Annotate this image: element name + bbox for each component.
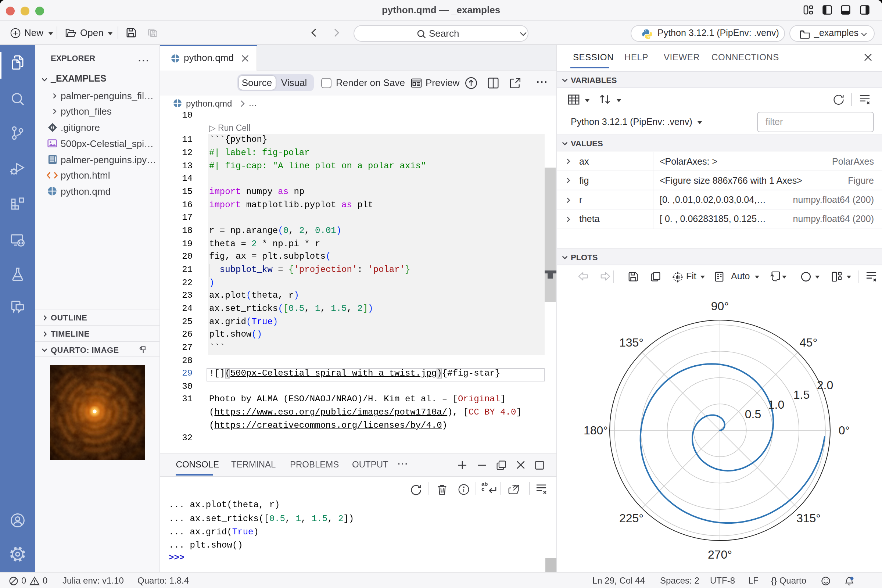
svg-text:45°: 45°	[800, 336, 817, 349]
svg-text:270°: 270°	[707, 548, 732, 561]
svg-text:1.5: 1.5	[793, 388, 809, 401]
svg-text:315°: 315°	[796, 511, 820, 524]
svg-text:135°: 135°	[619, 336, 643, 349]
svg-text:0.5: 0.5	[744, 407, 761, 420]
svg-text:180°: 180°	[583, 423, 608, 436]
svg-text:1.0: 1.0	[768, 398, 784, 411]
svg-text:90°: 90°	[711, 299, 728, 312]
svg-text:225°: 225°	[619, 511, 643, 524]
svg-text:2.0: 2.0	[817, 378, 833, 392]
svg-text:0°: 0°	[838, 423, 850, 436]
